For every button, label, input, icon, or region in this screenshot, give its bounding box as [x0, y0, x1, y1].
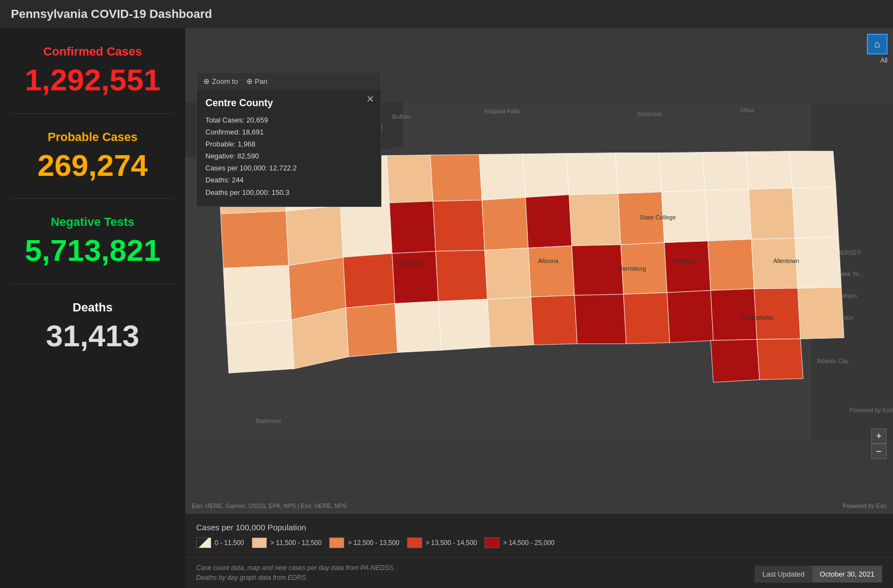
last-updated-value: October 30, 2021: [812, 566, 882, 583]
popup-data-row: Negative: 82,590: [205, 150, 372, 162]
app-title: Pennsylvania COVID-19 Dashboard: [11, 7, 212, 21]
legend-items: 0 - 11,500> 11,500 - 12,500> 12,500 - 13…: [196, 537, 882, 548]
bg-city-esri: Powered by Esri: [849, 407, 893, 413]
zoom-to-tool[interactable]: ⊕ Zoom to: [203, 77, 238, 85]
county-clarion[interactable]: [286, 206, 343, 266]
zoom-to-label: Zoom to: [212, 77, 238, 85]
county-greene[interactable]: [392, 252, 439, 304]
deaths-label: Deaths: [11, 301, 174, 315]
confirmed-cases-value: 1,292,551: [11, 63, 174, 97]
legend-label-2: > 12,500 - 13,500: [348, 539, 399, 547]
county-fayette[interactable]: [343, 254, 395, 308]
county-clinton[interactable]: [702, 152, 749, 191]
divider-1: [11, 113, 174, 114]
county-fulton[interactable]: [528, 246, 575, 297]
legend-item-2: > 12,500 - 13,500: [329, 537, 399, 548]
county-lancaster[interactable]: [574, 294, 626, 344]
county-montour[interactable]: [705, 189, 751, 241]
county-delaware[interactable]: [757, 339, 803, 379]
county-cambria[interactable]: [566, 153, 618, 195]
county-northampton[interactable]: [754, 288, 800, 339]
home-button[interactable]: ⌂: [867, 34, 888, 54]
county-armstrong[interactable]: [479, 154, 526, 200]
county-sw1[interactable]: [346, 303, 398, 357]
pan-tool[interactable]: ⊕ Pan: [246, 77, 268, 85]
legend-label-0: 0 - 11,500: [215, 539, 244, 547]
legend-label-1: > 11,500 - 12,500: [270, 539, 321, 547]
popup-data-row: Deaths: 244: [205, 174, 372, 186]
zoom-to-icon: ⊕: [203, 77, 210, 85]
popup-data-row: Total Cases: 20,659: [205, 114, 372, 126]
last-updated-label: Last Updated: [755, 566, 812, 583]
zoom-in-button[interactable]: +: [871, 428, 886, 444]
popup-data-row: Cases per 100,000: 12,722.2: [205, 162, 372, 174]
county-lebanon[interactable]: [708, 240, 754, 291]
negative-tests-label: Negative Tests: [11, 215, 174, 229]
map-attribution: Esri, HERE, Garmin, USGS, EPA, NPS | Esr…: [192, 503, 347, 509]
county-somerset[interactable]: [482, 198, 528, 250]
county-bedford[interactable]: [485, 248, 531, 299]
legend-swatch-1: [252, 537, 267, 548]
bg-city-baltimore: Baltimore: [256, 418, 281, 424]
county-lycoming[interactable]: [746, 151, 792, 189]
county-dauphin[interactable]: [664, 241, 710, 293]
footer-text: Case count data, map and new cases per d…: [196, 563, 395, 583]
negative-tests-section: Negative Tests 5,713,821: [11, 215, 174, 267]
county-montgomery[interactable]: [667, 290, 713, 342]
county-berks[interactable]: [623, 292, 670, 344]
county-centre[interactable]: [659, 152, 705, 192]
last-updated-box: Last Updated October 30, 2021: [755, 566, 882, 583]
city-state-college: State College: [640, 214, 676, 220]
county-washington[interactable]: [436, 250, 488, 302]
probable-cases-label: Probable Cases: [11, 130, 174, 144]
county-sullivan[interactable]: [792, 187, 839, 238]
county-indiana[interactable]: [523, 154, 569, 198]
county-franklin[interactable]: [572, 245, 623, 296]
county-pike[interactable]: [798, 287, 844, 339]
county-blair[interactable]: [526, 195, 572, 248]
county-venango[interactable]: [221, 211, 289, 268]
zoom-controls: + −: [871, 428, 886, 459]
left-panel: Confirmed Cases 1,292,551 Probable Cases…: [0, 28, 185, 588]
city-philadelphia: Philadelphia: [740, 314, 774, 321]
county-mifflin[interactable]: [569, 194, 621, 246]
title-bar: Pennsylvania COVID-19 Dashboard: [0, 0, 893, 28]
county-jefferson[interactable]: [341, 203, 392, 258]
home-icon: ⌂: [874, 39, 880, 50]
county-westmoreland[interactable]: [433, 200, 485, 252]
legend-title: Cases per 100,000 Population: [196, 523, 882, 532]
county-sw3[interactable]: [439, 299, 490, 350]
county-popup: ⊕ Zoom to ⊕ Pan Centre County ✕ Total Ca…: [196, 72, 381, 207]
divider-2: [11, 198, 174, 199]
map-container[interactable]: London Bradford Buffalo Niagara Falls Sy…: [185, 28, 893, 513]
county-tioga[interactable]: [789, 151, 836, 188]
county-sw2[interactable]: [395, 301, 441, 352]
popup-content: Centre County ✕ Total Cases: 20,659Confi…: [197, 90, 381, 206]
legend-swatch-4: [484, 537, 500, 548]
legend-swatch-2: [329, 537, 344, 548]
divider-3: [11, 284, 174, 284]
county-lawrence[interactable]: [387, 155, 433, 203]
legend-item-0: 0 - 11,500: [196, 537, 244, 548]
county-forest[interactable]: [223, 266, 291, 324]
popup-data: Total Cases: 20,659Confirmed: 18,691Prob…: [205, 114, 372, 199]
county-columbia[interactable]: [749, 188, 795, 240]
bg-city-utica: Utica: [740, 107, 755, 113]
county-philadelphia[interactable]: [710, 339, 760, 382]
city-allentown: Allentown: [773, 258, 799, 264]
main-layout: Confirmed Cases 1,292,551 Probable Cases…: [0, 28, 893, 588]
negative-tests-value: 5,713,821: [11, 234, 174, 267]
legend-label-3: > 13,500 - 14,500: [426, 539, 477, 547]
county-elk[interactable]: [226, 320, 294, 373]
county-butler[interactable]: [430, 155, 482, 201]
deaths-value: 31,413: [11, 319, 174, 353]
probable-cases-value: 269,274: [11, 149, 174, 182]
footer-area: Case count data, map and new cases per d…: [185, 557, 893, 588]
popup-close-button[interactable]: ✕: [366, 93, 374, 105]
zoom-out-button[interactable]: −: [871, 444, 886, 459]
county-adams[interactable]: [488, 297, 534, 347]
county-allegheny[interactable]: [390, 201, 436, 254]
county-huntingdon[interactable]: [615, 153, 661, 194]
county-york[interactable]: [531, 295, 578, 345]
county-wayne[interactable]: [795, 237, 841, 289]
